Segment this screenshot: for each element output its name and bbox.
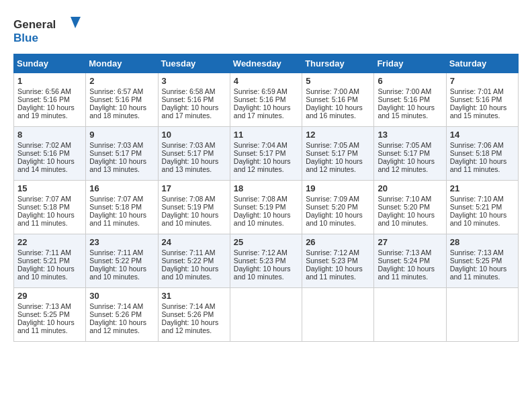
sunrise: Sunrise: 7:07 AM	[89, 195, 154, 203]
sunrise: Sunrise: 6:56 AM	[17, 87, 82, 95]
day-number: 19	[306, 183, 370, 193]
sunset: Sunset: 5:19 PM	[162, 203, 226, 211]
sunrise: Sunrise: 7:11 AM	[162, 248, 226, 257]
sunset: Sunset: 5:16 PM	[306, 95, 370, 103]
daylight: Daylight: 10 hours and 10 minutes.	[162, 265, 226, 281]
calendar-cell: 21 Sunrise: 7:10 AM Sunset: 5:21 PM Dayl…	[446, 181, 518, 234]
sunset: Sunset: 5:26 PM	[162, 310, 226, 318]
calendar-cell: 28 Sunrise: 7:13 AM Sunset: 5:25 PM Dayl…	[446, 234, 518, 288]
sunset: Sunset: 5:19 PM	[234, 203, 298, 211]
sunrise: Sunrise: 7:13 AM	[378, 248, 442, 257]
daylight: Daylight: 10 hours and 13 minutes.	[162, 157, 226, 173]
day-header-wednesday: Wednesday	[230, 54, 302, 73]
calendar-week-row: 8 Sunrise: 7:02 AM Sunset: 5:16 PM Dayli…	[14, 127, 519, 181]
sunrise: Sunrise: 7:00 AM	[378, 87, 442, 95]
sunrise: Sunrise: 7:13 AM	[450, 248, 515, 257]
calendar-week-row: 22 Sunrise: 7:11 AM Sunset: 5:21 PM Dayl…	[14, 234, 519, 288]
calendar-cell: 29 Sunrise: 7:13 AM Sunset: 5:25 PM Dayl…	[14, 288, 86, 342]
calendar-cell	[374, 288, 446, 342]
calendar-cell: 4 Sunrise: 6:59 AM Sunset: 5:16 PM Dayli…	[230, 73, 302, 127]
calendar-cell: 31 Sunrise: 7:14 AM Sunset: 5:26 PM Dayl…	[158, 288, 230, 342]
calendar-cell: 17 Sunrise: 7:08 AM Sunset: 5:19 PM Dayl…	[158, 181, 230, 234]
daylight: Daylight: 10 hours and 10 minutes.	[162, 211, 226, 227]
calendar-week-row: 29 Sunrise: 7:13 AM Sunset: 5:25 PM Dayl…	[14, 288, 519, 342]
day-number: 2	[89, 76, 154, 86]
day-header-sunday: Sunday	[14, 54, 86, 73]
sunrise: Sunrise: 7:03 AM	[162, 141, 226, 149]
daylight: Daylight: 10 hours and 10 minutes.	[306, 211, 370, 227]
day-number: 30	[89, 291, 154, 301]
calendar-cell: 14 Sunrise: 7:06 AM Sunset: 5:18 PM Dayl…	[446, 127, 518, 181]
daylight: Daylight: 10 hours and 10 minutes.	[17, 265, 82, 281]
sunset: Sunset: 5:16 PM	[450, 95, 515, 103]
day-number: 25	[234, 237, 298, 247]
daylight: Daylight: 10 hours and 14 minutes.	[17, 157, 82, 173]
day-number: 28	[450, 237, 515, 247]
sunrise: Sunrise: 7:11 AM	[17, 248, 82, 257]
sunset: Sunset: 5:17 PM	[89, 149, 154, 157]
sunset: Sunset: 5:16 PM	[17, 95, 82, 103]
calendar-cell: 3 Sunrise: 6:58 AM Sunset: 5:16 PM Dayli…	[158, 73, 230, 127]
daylight: Daylight: 10 hours and 10 minutes.	[234, 265, 298, 281]
sunset: Sunset: 5:18 PM	[17, 203, 82, 211]
calendar-cell: 26 Sunrise: 7:12 AM Sunset: 5:23 PM Dayl…	[302, 234, 374, 288]
day-header-thursday: Thursday	[302, 54, 374, 73]
calendar-cell: 18 Sunrise: 7:08 AM Sunset: 5:19 PM Dayl…	[230, 181, 302, 234]
calendar-cell: 24 Sunrise: 7:11 AM Sunset: 5:22 PM Dayl…	[158, 234, 230, 288]
sunrise: Sunrise: 7:07 AM	[17, 195, 82, 203]
day-number: 3	[162, 76, 226, 86]
daylight: Daylight: 10 hours and 17 minutes.	[234, 103, 298, 120]
sunrise: Sunrise: 7:14 AM	[89, 302, 154, 310]
calendar-header-row: SundayMondayTuesdayWednesdayThursdayFrid…	[14, 54, 519, 73]
day-number: 11	[234, 130, 298, 140]
calendar-cell: 15 Sunrise: 7:07 AM Sunset: 5:18 PM Dayl…	[14, 181, 86, 234]
sunset: Sunset: 5:17 PM	[234, 149, 298, 157]
sunset: Sunset: 5:20 PM	[306, 203, 370, 211]
sunset: Sunset: 5:21 PM	[450, 203, 515, 211]
calendar-cell: 11 Sunrise: 7:04 AM Sunset: 5:17 PM Dayl…	[230, 127, 302, 181]
day-header-saturday: Saturday	[446, 54, 518, 73]
sunset: Sunset: 5:22 PM	[89, 257, 154, 265]
calendar-week-row: 15 Sunrise: 7:07 AM Sunset: 5:18 PM Dayl…	[14, 181, 519, 234]
day-number: 5	[306, 76, 370, 86]
calendar-cell: 7 Sunrise: 7:01 AM Sunset: 5:16 PM Dayli…	[446, 73, 518, 127]
sunrise: Sunrise: 7:11 AM	[89, 248, 154, 257]
daylight: Daylight: 10 hours and 13 minutes.	[89, 157, 154, 173]
sunrise: Sunrise: 7:12 AM	[306, 248, 370, 257]
calendar-cell: 5 Sunrise: 7:00 AM Sunset: 5:16 PM Dayli…	[302, 73, 374, 127]
daylight: Daylight: 10 hours and 11 minutes.	[378, 265, 442, 281]
sunset: Sunset: 5:23 PM	[306, 257, 370, 265]
calendar-cell: 8 Sunrise: 7:02 AM Sunset: 5:16 PM Dayli…	[14, 127, 86, 181]
calendar-cell: 9 Sunrise: 7:03 AM Sunset: 5:17 PM Dayli…	[86, 127, 158, 181]
daylight: Daylight: 10 hours and 11 minutes.	[89, 211, 154, 227]
sunrise: Sunrise: 7:05 AM	[378, 141, 442, 149]
sunrise: Sunrise: 7:06 AM	[450, 141, 515, 149]
sunrise: Sunrise: 7:04 AM	[234, 141, 298, 149]
sunset: Sunset: 5:18 PM	[450, 149, 515, 157]
calendar-cell	[446, 288, 518, 342]
day-number: 24	[162, 237, 226, 247]
day-number: 15	[17, 183, 82, 193]
calendar-cell: 13 Sunrise: 7:05 AM Sunset: 5:17 PM Dayl…	[374, 127, 446, 181]
daylight: Daylight: 10 hours and 10 minutes.	[234, 211, 298, 227]
sunrise: Sunrise: 7:08 AM	[234, 195, 298, 203]
sunrise: Sunrise: 6:57 AM	[89, 87, 154, 95]
sunrise: Sunrise: 7:09 AM	[306, 195, 370, 203]
sunrise: Sunrise: 7:10 AM	[450, 195, 515, 203]
day-number: 17	[162, 183, 226, 193]
day-number: 29	[17, 291, 82, 301]
calendar-cell: 22 Sunrise: 7:11 AM Sunset: 5:21 PM Dayl…	[14, 234, 86, 288]
day-number: 14	[450, 130, 515, 140]
sunset: Sunset: 5:25 PM	[450, 257, 515, 265]
day-number: 4	[234, 76, 298, 86]
sunrise: Sunrise: 7:02 AM	[17, 141, 82, 149]
sunset: Sunset: 5:24 PM	[378, 257, 442, 265]
sunrise: Sunrise: 7:08 AM	[162, 195, 226, 203]
day-number: 31	[162, 291, 226, 301]
sunrise: Sunrise: 7:14 AM	[162, 302, 226, 310]
sunrise: Sunrise: 7:05 AM	[306, 141, 370, 149]
calendar-cell: 10 Sunrise: 7:03 AM Sunset: 5:17 PM Dayl…	[158, 127, 230, 181]
daylight: Daylight: 10 hours and 16 minutes.	[306, 103, 370, 120]
daylight: Daylight: 10 hours and 17 minutes.	[162, 103, 226, 120]
daylight: Daylight: 10 hours and 11 minutes.	[306, 265, 370, 281]
